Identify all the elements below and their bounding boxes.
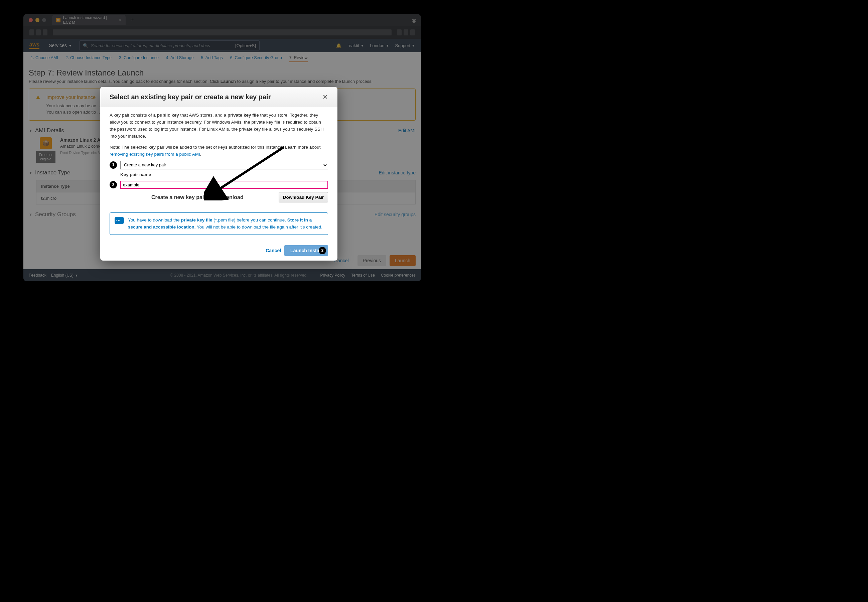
- close-icon[interactable]: ✕: [323, 93, 328, 101]
- download-keypair-button[interactable]: Download Key Pair: [279, 192, 328, 203]
- info-icon: [115, 217, 124, 224]
- download-heading: Create a new key pair and download: [120, 194, 275, 202]
- keypair-action-select[interactable]: Create a new key pair: [120, 161, 328, 169]
- annotation-2-icon: 2: [110, 181, 117, 189]
- annotation-1-icon: 1: [110, 161, 117, 169]
- keypair-name-input[interactable]: [120, 181, 328, 189]
- modal-actions: Cancel Launch Instan 3: [100, 241, 338, 256]
- modal-cancel-button[interactable]: Cancel: [266, 248, 281, 253]
- modal-header: Select an existing key pair or create a …: [100, 87, 338, 107]
- annotation-3-icon: 3: [319, 247, 326, 254]
- keypair-name-label: Key pair name: [120, 171, 328, 178]
- keypair-action-row: 1 Create a new key pair: [110, 161, 328, 169]
- keypair-name-row: 2: [110, 181, 328, 189]
- launch-instances-button[interactable]: Launch Instan 3: [284, 245, 328, 256]
- modal-note: Note: The selected key pair will be adde…: [110, 144, 328, 158]
- download-row: Create a new key pair and download Downl…: [110, 192, 328, 203]
- key-pair-modal: Select an existing key pair or create a …: [100, 87, 338, 261]
- modal-description: A key pair consists of a public key that…: [110, 112, 328, 140]
- modal-title: Select an existing key pair or create a …: [110, 93, 270, 101]
- modal-body: A key pair consists of a public key that…: [100, 107, 338, 207]
- download-info-alert: You have to download the private key fil…: [110, 212, 328, 235]
- remove-keypairs-link[interactable]: removing existing key pairs from a publi…: [110, 152, 200, 157]
